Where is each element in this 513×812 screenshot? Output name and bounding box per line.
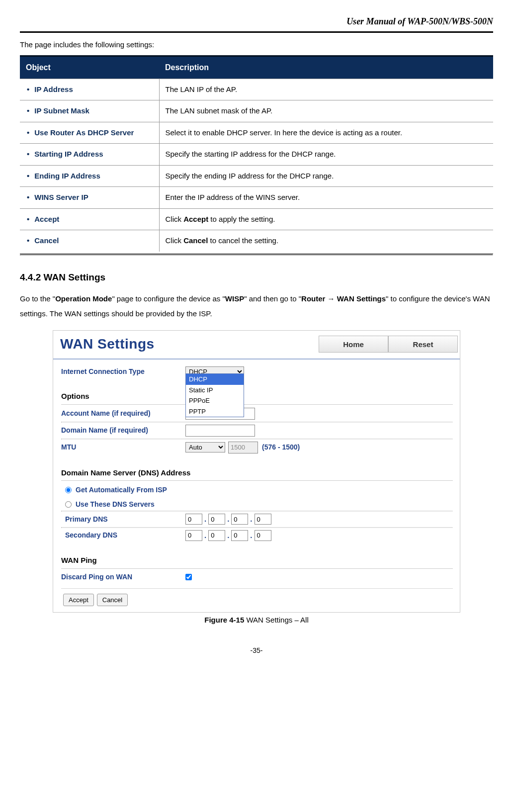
table-bottom-border	[20, 254, 493, 256]
obj-cell: IP Subnet Mask	[20, 100, 159, 122]
wan-settings-panel: WAN Settings Home Reset Internet Connect…	[53, 330, 460, 613]
dns-auto-radio[interactable]	[65, 487, 72, 493]
table-row: Use Router As DHCP Server Select it to e…	[20, 122, 493, 144]
ict-label: Internet Connection Type	[61, 366, 185, 377]
desc-cell: The LAN subnet mask of the AP.	[159, 100, 493, 122]
figure-caption: Figure 4-15 WAN Settings – All	[53, 615, 460, 626]
manual-title: User Manual of WAP-500N/WBS-500N	[346, 15, 493, 28]
ict-option-dhcp[interactable]: DHCP	[186, 374, 244, 385]
desc-cell: Specify the ending IP address for the DH…	[159, 165, 493, 187]
primary-dns-label: Primary DNS	[61, 514, 185, 525]
dns-manual-radio[interactable]	[65, 501, 72, 508]
obj-cell: Use Router As DHCP Server	[20, 122, 159, 144]
secondary-dns-oct2[interactable]	[208, 530, 225, 541]
primary-dns-oct3[interactable]	[231, 514, 248, 525]
ict-option-static[interactable]: Static IP	[186, 385, 244, 396]
mtu-range-note: (576 - 1500)	[258, 442, 300, 452]
section-body: Go to the "Operation Mode" page to confi…	[20, 291, 493, 321]
home-button[interactable]: Home	[319, 336, 388, 353]
obj-cell: Accept	[20, 208, 159, 230]
cancel-button[interactable]: Cancel	[97, 594, 128, 606]
wan-title: WAN Settings	[60, 334, 155, 355]
dns-section: Domain Name Server (DNS) Address	[61, 467, 453, 481]
reset-button[interactable]: Reset	[388, 336, 458, 353]
secondary-dns-oct3[interactable]	[231, 530, 248, 541]
table-row: Cancel Click Cancel to cancel the settin…	[20, 230, 493, 252]
dns-auto-label: Get Automatically From ISP	[76, 485, 167, 495]
desc-cell: Enter the IP address of the WINS server.	[159, 187, 493, 209]
obj-cell: Starting IP Address	[20, 144, 159, 166]
table-row: Starting IP Address Specify the starting…	[20, 144, 493, 166]
accept-button[interactable]: Accept	[63, 594, 94, 606]
ict-option-pppoe[interactable]: PPPoE	[186, 395, 244, 406]
section-heading: 4.4.2 WAN Settings	[20, 271, 493, 285]
options-section: Options	[61, 391, 453, 405]
desc-cell: Specify the starting IP address for the …	[159, 144, 493, 166]
mtu-value-input	[228, 442, 258, 453]
mtu-label: MTU	[61, 442, 185, 452]
desc-cell: The LAN IP of the AP.	[159, 79, 493, 100]
wan-ping-section: WAN Ping	[61, 555, 453, 569]
th-description: Description	[159, 56, 493, 79]
discard-ping-checkbox[interactable]	[185, 574, 192, 580]
discard-ping-label: Discard Ping on WAN	[61, 572, 185, 582]
desc-cell: Click Cancel to cancel the setting.	[159, 230, 493, 252]
primary-dns-oct1[interactable]	[185, 514, 202, 525]
domain-input[interactable]	[185, 425, 255, 437]
secondary-dns-label: Secondary DNS	[61, 530, 185, 541]
table-row: Accept Click Accept to apply the setting…	[20, 208, 493, 230]
desc-cell: Select it to enable DHCP server. In here…	[159, 122, 493, 144]
mtu-mode-select[interactable]: Auto	[185, 442, 225, 452]
intro-text: The page includes the following settings…	[20, 38, 493, 52]
dns-manual-label: Use These DNS Servers	[76, 499, 155, 510]
account-label: Account Name (if required)	[61, 408, 185, 419]
obj-cell: Ending IP Address	[20, 165, 159, 187]
obj-cell: WINS Server IP	[20, 187, 159, 209]
obj-cell: Cancel	[20, 230, 159, 252]
settings-table: Object Description IP Address The LAN IP…	[20, 55, 493, 252]
table-row: Ending IP Address Specify the ending IP …	[20, 165, 493, 187]
header-divider	[20, 31, 493, 33]
table-row: IP Subnet Mask The LAN subnet mask of th…	[20, 100, 493, 122]
secondary-dns-oct1[interactable]	[185, 530, 202, 541]
ict-dropdown-open[interactable]: DHCP Static IP PPPoE PPTP	[185, 373, 244, 417]
ict-option-pptp[interactable]: PPTP	[186, 406, 244, 417]
domain-label: Domain Name (if required)	[61, 425, 185, 436]
desc-cell: Click Accept to apply the setting.	[159, 208, 493, 230]
primary-dns-oct2[interactable]	[208, 514, 225, 525]
primary-dns-oct4[interactable]	[255, 514, 271, 525]
arrow-icon: →	[328, 294, 335, 303]
secondary-dns-oct4[interactable]	[255, 530, 271, 541]
table-row: WINS Server IP Enter the IP address of t…	[20, 187, 493, 209]
obj-cell: IP Address	[20, 79, 159, 100]
table-row: IP Address The LAN IP of the AP.	[20, 79, 493, 100]
th-object: Object	[20, 56, 159, 79]
page-number: -35-	[20, 645, 493, 656]
